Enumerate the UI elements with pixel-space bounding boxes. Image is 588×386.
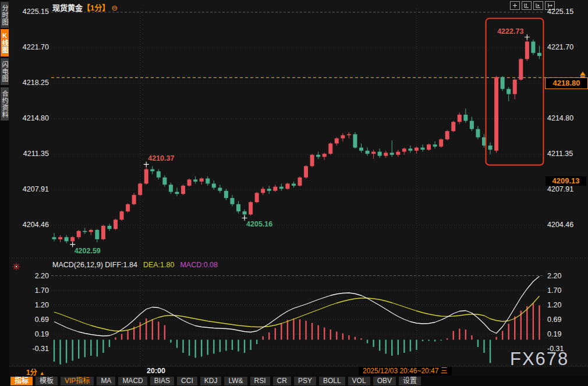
toolbar-button-MACD[interactable]: MACD [118,377,147,385]
macd-axis-left-label: 1.20 [9,301,49,309]
sidebar-tab-2[interactable]: K线图 [1,29,9,56]
price-axis-left-label: 4218.25 [9,79,49,87]
macd-axis-right-label: 1.20 [547,301,561,309]
price-axis-left-label: 4225.15 [9,8,49,16]
symbol-name: 现货黄金 [52,3,83,12]
macd-header: MACD(26,12,9) DIFF:1.84DEA:1.80MACD:0.08 [52,261,218,269]
trading-app-window: 分时图K线图闪电图合约资料 现货黄金【1分】⊖ 4225.154221.7042… [0,0,588,386]
price-axis-left-label: 4204.46 [9,221,49,229]
sidebar-tab-3[interactable]: 闪电图 [1,58,9,85]
triangle-up-icon: ▲ [40,370,45,376]
candle-time-range-badge: 2025/12/03 20:46~20:47 三 [359,367,452,376]
macd-axis-right-label: 0.69 [547,316,561,324]
toolbar-button-BIAS[interactable]: BIAS [150,377,174,385]
price-annotation-4202.59: 4202.59 [75,247,101,255]
price-up-arrow-base [580,76,585,77]
toolbar-button-VOL[interactable]: VOL [348,377,370,385]
macd-axis-left-label: 1.70 [9,286,49,295]
sidebar-tab-4[interactable]: 合约资料 [1,87,9,121]
period-selector[interactable]: 1分▲ [26,367,45,377]
axis-play-icon[interactable] [533,1,543,10]
price-axis-right-label: 4207.91 [547,185,573,193]
price-axis-right-label: 4214.80 [547,114,573,122]
toolbar-button-MA[interactable]: MA [97,377,115,385]
macd-axis-left-label: 2.20 [9,272,49,280]
macd-axis-right-label: 2.20 [547,272,561,280]
fx678-watermark: FX678 [510,349,569,370]
price-axis-right-label: 4225.15 [547,8,573,16]
indicator-toolbar: 指标模板VIP指标MAMACDBIASCCIKDJLW&RSICRPSYBOLL… [10,376,421,386]
macd-axis-right-label: 0.19 [547,330,561,338]
macd-axis-left-label: -0.31 [9,345,49,353]
macd-axis-left-label: 0.69 [9,316,49,324]
toolbar-button-LW&[interactable]: LW& [224,377,247,385]
axis-scale-icon[interactable] [522,1,532,10]
toolbar-button-KDJ[interactable]: KDJ [200,377,222,385]
price-annotation-4205.16: 4205.16 [246,220,272,228]
toolbar-button-VIP指标[interactable]: VIP指标 [61,377,94,385]
price-annotation-4222.73: 4222.73 [490,27,523,36]
macd-dea-value: DEA:1.80 [143,261,175,269]
reference-price-badge[interactable]: 4218.80 [545,77,588,89]
price-axis-right-label: 4204.46 [547,221,573,229]
period-badge: 【1分】 [83,3,109,12]
macd-settings-icon[interactable] [12,263,20,271]
price-axis-left-label: 4207.91 [9,185,49,193]
macd-params-diff: MACD(26,12,9) DIFF:1.84 [52,261,137,269]
macd-hist-value: MACD:0.08 [180,261,218,269]
open-price-badge: 4209.13 [546,176,586,186]
toolbar-button-PSY[interactable]: PSY [294,377,316,385]
toolbar-button-BOLL[interactable]: BOLL [319,377,345,385]
left-sidebar: 分时图K线图闪电图合约资料 [0,0,9,386]
price-axis-left-label: 4214.80 [9,114,49,122]
toolbar-button-指标[interactable]: 指标 [10,377,33,385]
time-tick-label: 20:00 [140,367,172,375]
price-up-arrow-icon [580,72,586,76]
candlestick-macd-chart[interactable] [0,0,588,386]
toolbar-button-模板[interactable]: 模板 [36,377,58,385]
macd-axis-left-label: 0.19 [9,330,49,338]
toolbar-button-设置[interactable]: 设置 [399,377,421,385]
price-axis-left-label: 4211.35 [9,150,49,158]
toolbar-button-OBV[interactable]: OBV [373,377,396,385]
time-axis-row: 1分▲ 20:00 2025/12/03 20:46~20:47 三 [9,367,588,376]
toolbar-button-CCI[interactable]: CCI [177,377,197,385]
zoom-out-icon[interactable]: ⊖ [111,3,118,12]
price-axis-right-label: 4211.35 [547,150,573,158]
chart-title: 现货黄金【1分】⊖ [52,2,118,13]
toolbar-button-RSI[interactable]: RSI [250,377,270,385]
crosshair-icon[interactable] [510,1,520,10]
sidebar-tab-1[interactable]: 分时图 [1,2,9,28]
price-axis-left-label: 4221.70 [9,43,49,51]
price-axis-right-label: 4221.70 [547,43,573,51]
price-annotation-4210.37: 4210.37 [148,154,174,162]
toolbar-button-CR[interactable]: CR [273,377,291,385]
macd-axis-right-label: 1.70 [547,286,561,295]
